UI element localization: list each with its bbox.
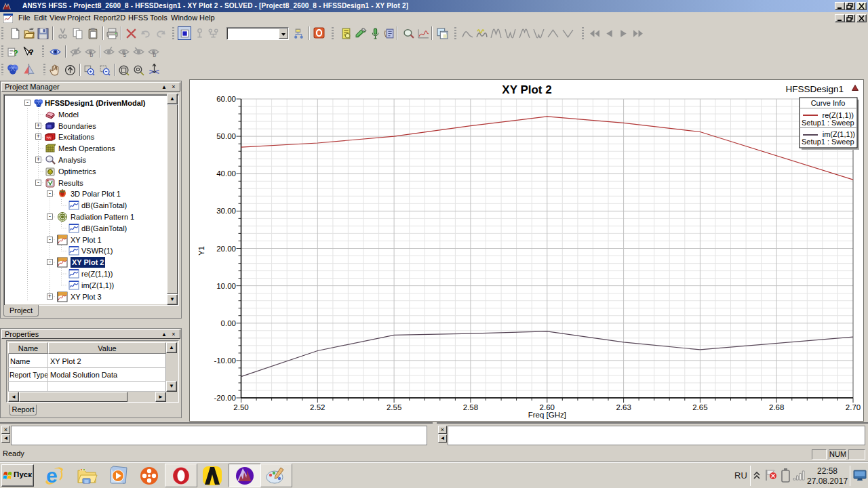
svg-text:0.00: 0.00 (221, 319, 236, 327)
svg-text:b: b (90, 52, 93, 58)
svg-text:2.65: 2.65 (692, 403, 707, 411)
svg-text:-20.00: -20.00 (214, 394, 236, 402)
svg-text:2.68: 2.68 (769, 403, 784, 411)
svg-text:2.55: 2.55 (387, 403, 401, 411)
svg-text:10.00: 10.00 (216, 282, 236, 290)
svg-text:HFSSDesign1: HFSSDesign1 (785, 84, 844, 94)
svg-text:?: ? (29, 47, 34, 56)
svg-text:5: 5 (123, 52, 126, 58)
svg-text:Setup1 : Sweep: Setup1 : Sweep (802, 119, 854, 127)
svg-text:b: b (153, 52, 156, 58)
svg-text:Freq [GHz]: Freq [GHz] (528, 411, 566, 419)
svg-text:?: ? (14, 48, 18, 57)
svg-text:50.00: 50.00 (216, 132, 236, 140)
svg-text:Curve Info: Curve Info (811, 99, 846, 107)
svg-text:2.70: 2.70 (846, 403, 861, 411)
svg-text:2.50: 2.50 (233, 403, 248, 411)
svg-text:60.00: 60.00 (216, 95, 236, 103)
svg-text:30.00: 30.00 (216, 207, 236, 215)
svg-text:-10.00: -10.00 (214, 357, 236, 365)
svg-text:Setup1 : Sweep: Setup1 : Sweep (802, 138, 854, 146)
svg-text:Y1: Y1 (197, 246, 205, 256)
svg-text:2.52: 2.52 (310, 403, 325, 411)
svg-text:2.58: 2.58 (463, 403, 478, 411)
svg-text:XY Plot 2: XY Plot 2 (502, 83, 551, 96)
svg-text:2.63: 2.63 (616, 403, 631, 411)
svg-text:40.00: 40.00 (216, 169, 236, 178)
svg-text:20.00: 20.00 (216, 245, 236, 253)
